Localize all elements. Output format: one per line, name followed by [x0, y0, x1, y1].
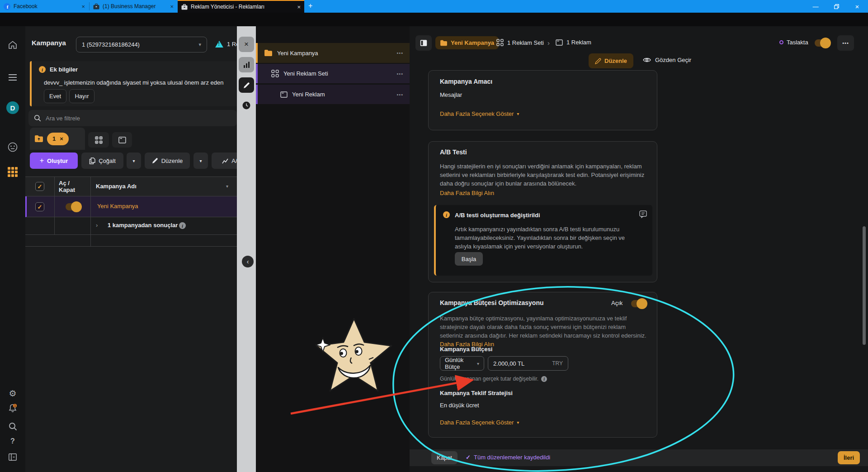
close-editor-button[interactable]: × [239, 37, 254, 52]
search-placeholder: Ara ve filtrele [46, 115, 80, 122]
ab-test-button[interactable]: A/ [212, 153, 237, 169]
column-divider [54, 217, 55, 234]
ads-manager-nav-icon[interactable] [0, 167, 25, 177]
edit-label: Düzenle [161, 157, 183, 164]
campaigns-grid-icon [7, 167, 18, 177]
draft-toggle[interactable] [815, 39, 830, 47]
review-tab[interactable]: Gözden Geçir [643, 57, 691, 63]
header-more-button[interactable]: ••• [837, 35, 854, 51]
budget-type-select[interactable]: Günlük Bütçe ▾ [440, 356, 484, 371]
tab-close-icon[interactable]: × [170, 3, 174, 10]
more-icon[interactable]: ••• [396, 92, 403, 97]
edit-tab[interactable]: Düzenle [589, 53, 633, 68]
tree-item-campaign[interactable]: Yeni Kampanya ••• [256, 43, 410, 63]
create-button[interactable]: + Oluştur [30, 153, 78, 169]
budget-helper-text: Günlük harcanan gerçek tutar değişebilir… [440, 376, 538, 382]
ab-learn-more-link[interactable]: Daha Fazla Bilgi Alın [440, 190, 494, 196]
campaign-selector[interactable]: 1 (529732168186244) ▾ [76, 37, 207, 52]
tab-business-manager[interactable]: (1) Business Manager × [90, 0, 177, 13]
campaign-active-toggle[interactable] [66, 203, 81, 210]
collapse-panel-button[interactable]: ‹ [242, 256, 254, 267]
tab-ads-manager[interactable]: Reklam Yöneticisi - Reklamları × [178, 0, 304, 13]
grid-icon [95, 136, 103, 144]
scrollbar-thumb[interactable] [863, 226, 866, 345]
face-icon [8, 142, 18, 152]
campaign-tree-panel: Yeni Kampanya ••• Yeni Reklam Seti ••• Y… [256, 26, 410, 472]
warning-icon [215, 41, 223, 48]
cbo-toggle[interactable] [631, 300, 646, 307]
breadcrumb-ad[interactable]: 1 Reklam [556, 39, 591, 46]
next-button[interactable]: İleri [838, 451, 860, 464]
history-button[interactable] [239, 98, 254, 113]
toggle-tree-button[interactable] [415, 35, 432, 51]
menu-nav-icon[interactable] [0, 74, 25, 81]
remove-filter-icon[interactable]: × [60, 135, 63, 142]
draft-status-dot [779, 40, 783, 44]
edit-caret-button[interactable]: ▾ [193, 153, 208, 169]
collapse-rail-icon[interactable] [0, 453, 25, 461]
ab-body: Hangi stratejilerin en iyi sonuçları ver… [440, 162, 647, 188]
tab-title: Facebook [14, 3, 38, 10]
edit-button[interactable]: Düzenle [145, 153, 190, 169]
editor-toolbar-strip: × ‹ [237, 26, 256, 472]
feedback-icon[interactable] [639, 210, 647, 218]
table-row[interactable]: ✓ Yeni Kampanya [25, 196, 237, 217]
restore-icon [834, 4, 839, 9]
budget-amount-input[interactable]: 2.000,00 TL TRY [488, 356, 568, 371]
tree-item-ad[interactable]: Yeni Reklam ••• [256, 85, 410, 104]
no-button[interactable]: Hayır [69, 89, 94, 103]
budget-optimization-card: Kampanya Bütçesi Optimizasyonu Açık Kamp… [428, 292, 657, 438]
ab-test-card: A/B Testi Hangi stratejilerin en iyi son… [428, 141, 657, 282]
ab-label: A/ [231, 157, 237, 164]
search-input[interactable]: Ara ve filtrele [28, 110, 237, 126]
column-header-toggle[interactable]: Aç / Kapat [59, 180, 86, 193]
sort-caret-icon[interactable]: ▾ [226, 184, 228, 189]
business-avatar[interactable]: D [0, 101, 25, 114]
window-restore-button[interactable] [826, 0, 846, 13]
objective-more-link[interactable]: Daha Fazla Seçenek Göster ▾ [440, 110, 519, 117]
duplicate-caret-button[interactable]: ▾ [127, 153, 141, 169]
adsets-view-button[interactable] [88, 132, 109, 148]
pencil-icon [595, 58, 601, 64]
yes-button[interactable]: Evet [44, 89, 66, 103]
start-button[interactable]: Başla [455, 252, 483, 266]
close-button[interactable]: Kapat [431, 451, 458, 464]
bid-strategy-value: En düşük ücret [440, 402, 479, 409]
edit-mode-button[interactable] [239, 77, 254, 93]
tab-close-icon[interactable]: × [81, 3, 85, 10]
window-close-button[interactable]: × [847, 0, 867, 13]
tab-close-icon[interactable]: × [297, 4, 301, 10]
panel-toggle-icon [420, 39, 427, 47]
new-tab-button[interactable]: + [308, 2, 312, 10]
breadcrumb-adset[interactable]: 1 Reklam Seti [496, 39, 544, 46]
tab-facebook[interactable]: f Facebook × [0, 0, 89, 13]
folder-view-tab[interactable]: 1 × [30, 128, 85, 150]
column-divider [90, 177, 91, 196]
tree-item-adset[interactable]: Yeni Reklam Seti ••• [256, 64, 410, 83]
home-nav-icon[interactable] [0, 41, 25, 49]
screen: f Facebook × (1) Business Manager × Rekl… [0, 0, 868, 472]
campaign-name-link[interactable]: Yeni Kampanya [97, 203, 138, 210]
tab-title: (1) Business Manager [103, 3, 156, 10]
duplicate-button[interactable]: Çoğalt [81, 153, 123, 169]
settings-gear-icon[interactable]: ⚙ [0, 388, 25, 399]
notifications-bell-icon[interactable]: 1 [0, 404, 25, 413]
search-nav-icon[interactable] [0, 422, 25, 431]
window-minimize-button[interactable]: — [806, 0, 826, 13]
select-all-checkbox[interactable]: ✓ [35, 182, 44, 191]
charts-button[interactable] [239, 57, 254, 72]
tree-item-label: Yeni Reklam [292, 91, 325, 98]
help-icon[interactable]: ? [0, 437, 25, 445]
column-header-name[interactable]: Kampanya Adı [96, 183, 137, 190]
table-results-row[interactable]: › 1 kampanyadan sonuçlar i [25, 217, 237, 235]
campaign-warning[interactable]: 1 Re [215, 41, 237, 48]
filter-chip[interactable]: 1 × [47, 133, 69, 145]
account-quality-icon[interactable] [0, 142, 25, 152]
ads-view-button[interactable] [112, 132, 132, 148]
row-checkbox[interactable]: ✓ [35, 202, 44, 211]
budget-more-link[interactable]: Daha Fazla Seçenek Göster ▾ [440, 419, 519, 426]
expand-chevron-icon[interactable]: › [96, 222, 98, 229]
more-icon[interactable]: ••• [396, 50, 403, 56]
chevron-right-icon: › [547, 39, 550, 47]
more-icon[interactable]: ••• [396, 71, 403, 76]
